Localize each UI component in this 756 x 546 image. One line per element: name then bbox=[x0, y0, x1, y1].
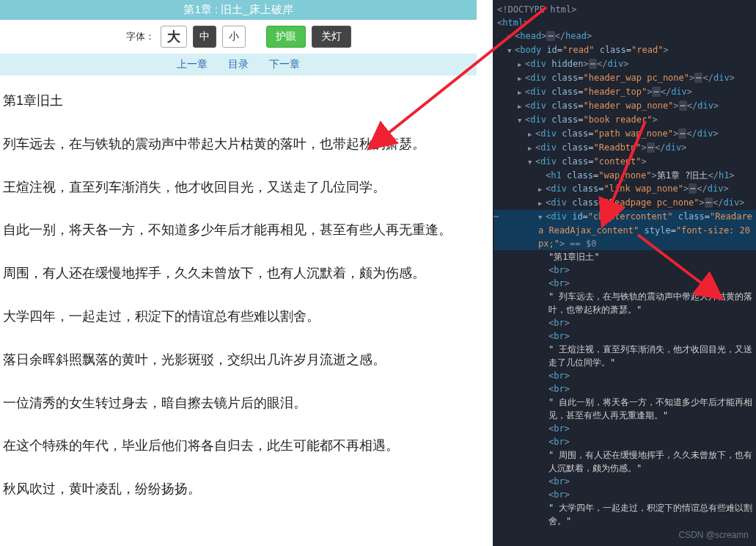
font-small-button[interactable]: 小 bbox=[222, 26, 246, 48]
dom-node[interactable]: ▼<div class="content"> bbox=[494, 155, 756, 169]
dom-text-node[interactable]: " 自此一别，将天各一方，不知道多少年后才能再相见，甚至有些人再无重逢期。" bbox=[494, 396, 756, 422]
toc-link[interactable]: 目录 bbox=[228, 58, 249, 70]
font-label: 字体： bbox=[126, 30, 155, 43]
reader-panel: 第1章 : 旧土_床上破岸 字体： 大 中 小 护眼 关灯 上一章 目录 下一章… bbox=[0, 0, 477, 546]
font-mid-button[interactable]: 中 bbox=[193, 26, 216, 48]
dom-node[interactable]: ▶<div class="path wap_none">⋯</div> bbox=[494, 127, 756, 141]
dom-node[interactable]: ▶<div class="Readbtn">⋯</div> bbox=[494, 141, 756, 155]
paragraph: 落日余晖斜照飘落的黄叶，光影斑驳，交织出几许岁月流逝之感。 bbox=[3, 349, 471, 371]
dom-node[interactable]: <br> bbox=[494, 435, 756, 448]
dom-node[interactable]: <br> bbox=[494, 369, 756, 382]
dom-node[interactable]: <br> bbox=[494, 382, 756, 396]
dom-node[interactable]: ▼<div class="book reader"> bbox=[494, 113, 756, 127]
dom-node[interactable]: <html> bbox=[494, 16, 756, 29]
paragraph: 大学四年，一起走过，积淀下的情谊总有些难以割舍。 bbox=[3, 306, 471, 327]
dom-node[interactable]: ▶<head>⋯</head> bbox=[494, 29, 756, 43]
paragraph: 自此一别，将天各一方，不知道多少年后才能再相见，甚至有些人再无重逢。 bbox=[3, 219, 471, 241]
dom-node[interactable]: ▼<body id="read" class="read"> bbox=[494, 43, 756, 57]
paragraph: 一位清秀的女生转过身去，暗自擦去镜片后的眼泪。 bbox=[3, 393, 471, 414]
dom-node[interactable]: ▶<div class="link wap_none">⋯</div> bbox=[494, 182, 756, 196]
dom-node[interactable]: ▶<div class="header_wap pc_none">⋯</div> bbox=[494, 71, 756, 85]
panel-divider bbox=[477, 0, 493, 546]
chapter-nav: 上一章 目录 下一章 bbox=[0, 54, 477, 76]
chapter-heading: 第1章旧土 bbox=[3, 90, 471, 112]
dom-text-node[interactable]: "第1章旧土" bbox=[494, 250, 756, 263]
dom-text-node[interactable]: " 周围，有人还在缓慢地挥手，久久未曾放下，也有人沉默着，颇为伤感。" bbox=[494, 448, 756, 475]
dom-node[interactable]: ▶<div class="header_top">⋯</div> bbox=[494, 85, 756, 99]
dom-text-node[interactable]: " 列车远去，在与铁轨的震动声中带起大片枯黄的落叶，也带起秋的萧瑟。" bbox=[494, 290, 756, 316]
lights-off-button[interactable]: 关灯 bbox=[312, 26, 351, 48]
dom-text-node[interactable]: " 王煊注视，直至列车渐消失，他才收回目光，又送走了几位同学。" bbox=[494, 343, 756, 369]
reader-toolbar: 字体： 大 中 小 护眼 关灯 bbox=[0, 20, 477, 54]
dom-node[interactable]: <br> bbox=[494, 475, 756, 488]
dom-text-node[interactable]: " 大学四年，一起走过，积淀下的情谊总有些难以割舍。" bbox=[494, 501, 756, 528]
paragraph: 在这个特殊的年代，毕业后他们将各自归去，此生可能都不再相遇。 bbox=[3, 435, 471, 456]
dom-node[interactable]: ▶<div class="header wap_none">⋯</div> bbox=[494, 99, 756, 113]
dom-node[interactable]: ▶<div class="Readpage pc_none">⋯</div> bbox=[494, 196, 756, 210]
dom-node[interactable]: <h1 class="wap_none">第1章 ?旧土</h1> bbox=[494, 169, 756, 182]
dom-node[interactable]: <!DOCTYPE html> bbox=[494, 3, 756, 16]
dom-node[interactable]: <br> bbox=[494, 263, 756, 277]
dom-node[interactable]: <br> bbox=[494, 330, 756, 343]
chapter-content: 第1章旧土 列车远去，在与铁轨的震动声中带起大片枯黄的落叶，也带起秋的萧瑟。 王… bbox=[0, 76, 477, 528]
paragraph: 王煊注视，直至列车渐消失，他才收回目光，又送走了几位同学。 bbox=[3, 177, 471, 198]
dom-node-selected[interactable]: ▼<div id="chaptercontent" class="Readare… bbox=[494, 210, 756, 250]
dom-node[interactable]: <br> bbox=[494, 277, 756, 290]
dom-node[interactable]: ▶<div hidden>⋯</div> bbox=[494, 57, 756, 71]
paragraph: 秋风吹过，黄叶凌乱，纷纷扬扬。 bbox=[3, 478, 471, 500]
paragraph: 列车远去，在与铁轨的震动声中带起大片枯黄的落叶，也带起秋的萧瑟。 bbox=[3, 134, 471, 155]
prev-chapter-link[interactable]: 上一章 bbox=[177, 58, 208, 70]
dom-node[interactable]: <br> bbox=[494, 488, 756, 501]
dom-node[interactable]: <br> bbox=[494, 422, 756, 435]
chapter-title-bar: 第1章 : 旧土_床上破岸 bbox=[0, 0, 477, 20]
paragraph: 周围，有人还在缓慢地挥手，久久未曾放下，也有人沉默着，颇为伤感。 bbox=[3, 263, 471, 284]
font-big-button[interactable]: 大 bbox=[161, 26, 187, 48]
eye-protect-button[interactable]: 护眼 bbox=[266, 26, 306, 48]
next-chapter-link[interactable]: 下一章 bbox=[269, 58, 300, 70]
watermark: CSDN @screamn bbox=[678, 528, 749, 542]
devtools-panel[interactable]: <!DOCTYPE html> <html> ▶<head>⋯</head> ▼… bbox=[493, 0, 756, 546]
dom-node[interactable]: <br> bbox=[494, 316, 756, 330]
